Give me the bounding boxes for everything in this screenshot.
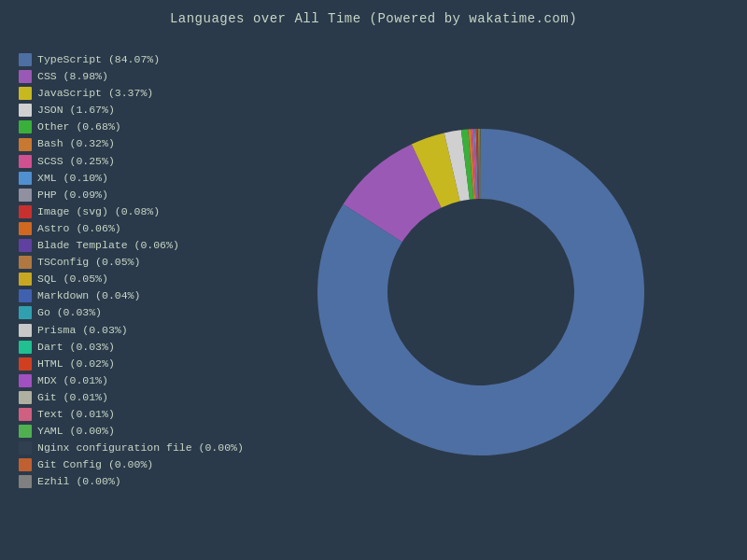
legend-color-swatch [19,306,32,319]
legend-item: TSConfig (0.05%) [19,255,224,270]
legend-item: Dart (0.03%) [19,340,224,355]
legend-color-swatch [19,256,32,269]
legend-item: Prisma (0.03%) [19,323,224,338]
legend-color-swatch [19,324,32,337]
legend-color-swatch [19,239,32,252]
legend-color-swatch [19,475,32,488]
legend-color-swatch [19,138,32,151]
legend-item: SQL (0.05%) [19,272,224,287]
legend-color-swatch [19,222,32,235]
legend-label-text: Ezhil (0.00%) [37,474,121,489]
legend-color-swatch [19,425,32,438]
legend-color-swatch [19,289,32,302]
legend: TypeScript (84.07%)CSS (8.98%)JavaScript… [9,34,224,551]
legend-color-swatch [19,391,32,404]
legend-label-text: Blade Template (0.06%) [37,238,179,253]
legend-item: Git (0.01%) [19,390,224,405]
legend-label-text: Markdown (0.04%) [37,288,140,303]
legend-label-text: JSON (1.67%) [37,103,115,118]
legend-label-text: YAML (0.00%) [37,424,115,439]
legend-item: Nginx configuration file (0.00%) [19,441,224,455]
legend-item: SCSS (0.25%) [19,154,224,169]
legend-color-swatch [19,341,32,354]
legend-label-text: XML (0.10%) [37,171,108,186]
legend-color-swatch [19,205,32,218]
legend-item: Blade Template (0.06%) [19,238,224,253]
legend-color-swatch [19,104,32,117]
legend-item: MDX (0.01%) [19,373,224,388]
main-container: Languages over All Time (Powered by waka… [0,0,747,560]
legend-item: Git Config (0.00%) [19,457,224,472]
legend-color-swatch [19,408,32,421]
legend-item: CSS (8.98%) [19,69,224,84]
legend-label-text: Nginx configuration file (0.00%) [37,441,244,455]
legend-label-text: Image (svg) (0.08%) [37,204,160,219]
legend-label-text: HTML (0.02%) [37,357,115,371]
chart-title: Languages over All Time (Powered by waka… [0,0,747,34]
legend-item: PHP (0.09%) [19,188,224,203]
legend-label-text: Git (0.01%) [37,390,108,405]
legend-label-text: Text (0.01%) [37,407,115,422]
legend-color-swatch [19,374,32,387]
legend-label-text: Astro (0.06%) [37,221,121,236]
legend-color-swatch [19,70,32,83]
legend-color-swatch [19,273,32,286]
legend-color-swatch [19,120,32,133]
legend-label-text: CSS (8.98%) [37,69,108,84]
legend-label-text: Other (0.68%) [37,119,121,134]
legend-item: Astro (0.06%) [19,221,224,236]
content-area: TypeScript (84.07%)CSS (8.98%)JavaScript… [0,34,747,560]
legend-item: Text (0.01%) [19,407,224,422]
legend-color-swatch [19,189,32,202]
legend-color-swatch [19,87,32,100]
legend-label-text: Git Config (0.00%) [37,457,153,472]
donut-hole [388,200,573,385]
legend-label-text: Go (0.03%) [37,305,102,320]
legend-label-text: TypeScript (84.07%) [37,52,160,67]
legend-item: JSON (1.67%) [19,103,224,118]
legend-color-swatch [19,357,32,371]
donut-chart [308,119,654,465]
legend-label-text: Dart (0.03%) [37,340,115,355]
legend-label-text: PHP (0.09%) [37,188,108,203]
legend-item: JavaScript (3.37%) [19,86,224,101]
legend-item: Markdown (0.04%) [19,288,224,303]
legend-item: TypeScript (84.07%) [19,52,224,67]
legend-label-text: SCSS (0.25%) [37,154,115,169]
legend-item: HTML (0.02%) [19,357,224,371]
legend-color-swatch [19,53,32,66]
legend-item: Go (0.03%) [19,305,224,320]
legend-color-swatch [19,172,32,185]
legend-label-text: Bash (0.32%) [37,136,115,151]
legend-label-text: MDX (0.01%) [37,373,108,388]
legend-label-text: Prisma (0.03%) [37,323,128,338]
legend-item: Ezhil (0.00%) [19,474,224,489]
legend-color-swatch [19,458,32,471]
chart-area [224,34,738,551]
legend-label-text: SQL (0.05%) [37,272,108,287]
legend-item: XML (0.10%) [19,171,224,186]
legend-item: Other (0.68%) [19,119,224,134]
legend-item: Bash (0.32%) [19,136,224,151]
legend-color-swatch [19,155,32,168]
legend-label-text: JavaScript (3.37%) [37,86,153,101]
legend-item: Image (svg) (0.08%) [19,204,224,219]
legend-color-swatch [19,441,32,455]
legend-item: YAML (0.00%) [19,424,224,439]
legend-label-text: TSConfig (0.05%) [37,255,140,270]
